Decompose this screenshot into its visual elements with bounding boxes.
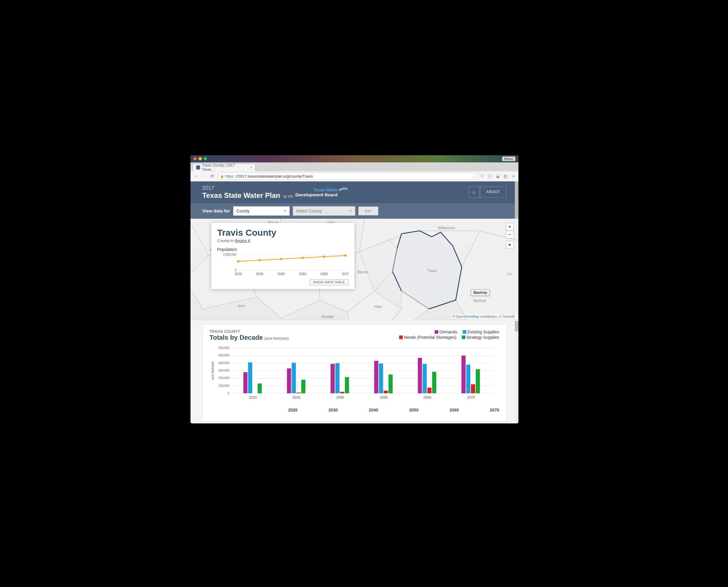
lock-icon: 🔒: [220, 174, 224, 178]
county-label-travis: Travis: [428, 269, 437, 273]
tab-title: Travis County | 2017 Texas…: [202, 163, 248, 172]
svg-text:0: 0: [227, 392, 229, 395]
nav-back-icon[interactable]: ←: [193, 173, 199, 179]
swatch-demands: [435, 330, 438, 334]
svg-rect-36: [287, 368, 291, 393]
svg-rect-43: [340, 392, 344, 393]
county-label-bastrop: Bastrop: [474, 299, 486, 303]
extension-pocket-icon[interactable]: ◒: [495, 173, 501, 179]
svg-rect-53: [427, 388, 431, 393]
county-label-kerr: Kerr: [238, 304, 245, 308]
nav-reload-icon[interactable]: ⟳: [210, 173, 215, 179]
carto-link[interactable]: CartoDB: [502, 315, 515, 318]
totals-panel: Demands Existing Supplies Needs (Potenti…: [202, 324, 506, 421]
chart-legend: Demands Existing Supplies Needs (Potenti…: [395, 330, 499, 340]
zoom-in-button[interactable]: +: [506, 223, 514, 231]
totals-title: Totals by Decade: [210, 334, 263, 341]
site-logo[interactable]: 2017 Texas State Water Plan: [202, 185, 280, 199]
county-label-hays: Hays: [374, 305, 382, 309]
nav-forward-icon: →: [201, 173, 207, 179]
svg-text:2030: 2030: [293, 395, 300, 400]
svg-rect-52: [423, 364, 427, 393]
extension-react-icon[interactable]: ⚛: [480, 173, 485, 179]
browser-toolbar: ← → ⟳ 🔒 https://2017.texasstatewaterplan…: [190, 171, 518, 182]
svg-text:2040: 2040: [277, 272, 285, 276]
tab-favicon: [196, 165, 200, 169]
county-label-blanco: Blanco: [358, 270, 368, 274]
site-year: 2017: [202, 185, 280, 191]
svg-rect-47: [379, 363, 383, 393]
svg-text:2020: 2020: [249, 395, 257, 400]
swatch-existing: [463, 330, 466, 334]
svg-rect-57: [466, 365, 470, 393]
filter-type-value: County: [236, 209, 250, 213]
svg-text:0: 0: [235, 268, 236, 272]
svg-rect-44: [345, 377, 349, 393]
svg-point-10: [301, 257, 304, 259]
window-minimize-button[interactable]: [199, 157, 202, 160]
filter-bar: View data for County ▼ Select County ▼ G…: [190, 203, 518, 219]
show-data-table-button[interactable]: SHOW DATA TABLE: [310, 279, 348, 285]
legend-strategy: Strategy Supplies: [467, 335, 499, 340]
filter-county-select[interactable]: Select County ▼: [293, 206, 355, 216]
page-viewport: 2017 Texas State Water Plan by the Texas…: [190, 182, 518, 423]
th-2050: 2050: [378, 408, 418, 413]
svg-text:2070: 2070: [467, 395, 475, 400]
svg-point-4: [237, 260, 240, 262]
browser-tab[interactable]: Travis County | 2017 Texas… ×: [193, 164, 255, 171]
th-2020: 2020: [257, 408, 297, 413]
twdb-logo[interactable]: Texas Water Development Board: [295, 187, 338, 197]
home-icon: ⌂: [473, 190, 476, 194]
about-button[interactable]: ABOUT: [480, 187, 506, 198]
svg-point-12: [323, 255, 325, 258]
totals-table-header: 2020 2030 2040 2050 2060 2070: [210, 408, 499, 413]
extension-info-icon[interactable]: ⓘ: [487, 173, 493, 179]
svg-text:2040: 2040: [336, 395, 344, 400]
extension-panels-icon[interactable]: ▥: [503, 173, 508, 179]
window-close-button[interactable]: [194, 157, 197, 160]
bookmark-star-icon[interactable]: ☆: [472, 174, 475, 179]
osm-link[interactable]: OpenStreetMap: [456, 315, 479, 318]
browser-menu-icon[interactable]: ≡: [511, 173, 516, 179]
browser-tabstrip: Travis County | 2017 Texas… ×: [190, 162, 518, 171]
svg-point-8: [280, 258, 282, 260]
profile-badge[interactable]: Mateo: [502, 157, 516, 161]
filter-type-select[interactable]: County ▼: [233, 206, 290, 216]
county-label-williamson: Williamson: [438, 226, 455, 230]
svg-rect-37: [292, 362, 296, 393]
svg-rect-32: [248, 362, 252, 393]
legend-existing: Existing Supplies: [468, 330, 499, 334]
svg-text:2020: 2020: [234, 272, 242, 276]
home-button[interactable]: ⌂: [468, 187, 480, 198]
region-link[interactable]: Region K: [235, 238, 250, 243]
legend-demands: Demands: [439, 330, 457, 334]
info-card: Travis County County in Region K Populat…: [211, 223, 355, 289]
legend-needs: Needs (Potential Shortages): [404, 335, 456, 340]
svg-text:2050: 2050: [380, 395, 388, 400]
svg-rect-54: [432, 372, 436, 393]
svg-text:600,000: 600,000: [218, 346, 229, 350]
svg-text:2060: 2060: [320, 272, 327, 276]
svg-text:2030: 2030: [256, 272, 263, 276]
window-zoom-button[interactable]: [204, 157, 207, 160]
svg-rect-58: [471, 384, 475, 393]
svg-rect-38: [296, 393, 300, 393]
svg-text:acre-feet/year: acre-feet/year: [211, 361, 214, 380]
th-2040: 2040: [338, 408, 378, 413]
th-2030: 2030: [297, 408, 338, 413]
swatch-strategy: [462, 335, 465, 339]
svg-rect-59: [476, 369, 480, 393]
svg-text:200,000: 200,000: [218, 376, 229, 380]
go-button[interactable]: GO: [358, 207, 378, 215]
twdb-top: Texas Water: [295, 187, 338, 192]
svg-rect-49: [388, 374, 393, 393]
address-bar[interactable]: 🔒 https://2017.texasstatewaterplan.org/c…: [218, 172, 477, 180]
map[interactable]: Mason Llano Williamson Blanco Travis Le …: [190, 219, 518, 320]
map-attribution: © OpenStreetMap contributors, © CartoDB: [451, 314, 516, 319]
zoom-texas-button[interactable]: ★: [506, 241, 514, 249]
county-label-kendall: Kendall: [322, 315, 334, 319]
svg-rect-48: [384, 391, 388, 393]
svg-text:2070: 2070: [342, 272, 348, 276]
tab-close-icon[interactable]: ×: [250, 165, 252, 169]
zoom-out-button[interactable]: −: [506, 231, 514, 238]
